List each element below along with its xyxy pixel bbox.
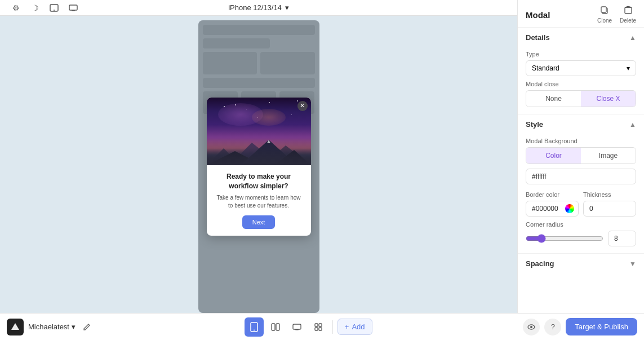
modal-close-x[interactable]: Close X bbox=[581, 91, 636, 107]
phone-preview: ✕ bbox=[198, 20, 319, 313]
clone-icon bbox=[600, 6, 609, 16]
svg-marker-8 bbox=[241, 140, 297, 165]
type-select[interactable]: Standard ▾ bbox=[526, 60, 636, 76]
svg-rect-20 bbox=[272, 324, 275, 330]
clone-action[interactable]: Clone bbox=[597, 6, 612, 24]
chevron-down-icon: ▾ bbox=[285, 3, 289, 12]
details-chevron-icon: ▲ bbox=[629, 34, 636, 42]
workspace-selector[interactable]: Michaelatest ▾ bbox=[28, 323, 75, 331]
corner-radius-row bbox=[526, 231, 636, 246]
border-color-label: Border color bbox=[526, 191, 579, 198]
style-section-header[interactable]: Style ▲ bbox=[518, 114, 644, 133]
delete-label: Delete bbox=[620, 17, 636, 24]
modal-image bbox=[207, 98, 311, 165]
svg-marker-5 bbox=[229, 143, 280, 165]
spacing-section-title: Spacing bbox=[526, 259, 554, 268]
modal-box: ✕ bbox=[207, 98, 311, 236]
modal-close-label: Modal close bbox=[526, 81, 636, 87]
mobile-tool-btn[interactable] bbox=[245, 317, 264, 337]
mountain-svg bbox=[207, 134, 311, 165]
add-plus-icon: + bbox=[345, 323, 349, 331]
toolbar-separator bbox=[332, 320, 333, 334]
grid-tool-btn[interactable] bbox=[309, 317, 328, 337]
modal-content: Ready to make your workflow simpler? Tak… bbox=[207, 165, 311, 236]
details-section-body: Type Standard ▾ Modal close None Close X bbox=[518, 51, 644, 114]
clone-label: Clone bbox=[597, 17, 612, 24]
svg-point-29 bbox=[530, 326, 532, 328]
svg-marker-10 bbox=[267, 140, 270, 143]
modal-next-button[interactable]: Next bbox=[242, 215, 276, 229]
type-field-label: Type bbox=[526, 51, 636, 58]
spacing-chevron-icon: ▼ bbox=[629, 260, 636, 268]
svg-rect-3 bbox=[72, 10, 75, 11]
modal-bg-btn-group: Color Image bbox=[526, 147, 636, 164]
modal-bg-color[interactable]: Color bbox=[526, 148, 581, 164]
moon-icon[interactable]: ☽ bbox=[28, 1, 42, 15]
modal-close-button[interactable]: ✕ bbox=[297, 101, 308, 111]
desktop-icon[interactable] bbox=[66, 1, 80, 15]
svg-rect-26 bbox=[315, 328, 318, 330]
device-selector[interactable]: iPhone 12/13/14 ▾ bbox=[228, 3, 289, 12]
thickness-label: Thickness bbox=[583, 191, 636, 198]
right-panel: Modal Clone Delete Details bbox=[517, 0, 644, 313]
bottom-bar: Michaelatest ▾ + Add ? Target & bbox=[0, 313, 644, 340]
preview-icon-btn[interactable] bbox=[523, 319, 540, 335]
style-section: Style ▲ Modal Background Color Image bbox=[518, 114, 644, 253]
delete-action[interactable]: Delete bbox=[620, 6, 636, 24]
details-section-header[interactable]: Details ▲ bbox=[518, 28, 644, 46]
svg-marker-4 bbox=[207, 148, 241, 165]
panel-actions: Clone Delete bbox=[597, 6, 636, 24]
delete-icon bbox=[624, 6, 632, 16]
svg-marker-9 bbox=[274, 150, 311, 165]
desktop-tool-btn[interactable] bbox=[287, 317, 307, 337]
tablet-icon[interactable] bbox=[47, 1, 61, 15]
panel-title: Modal bbox=[526, 10, 550, 20]
svg-rect-21 bbox=[276, 324, 279, 330]
workspace-name-label: Michaelatest bbox=[28, 323, 69, 331]
device-toolbar: ⚙ ☽ iPhone 12/13/14 ▾ bbox=[0, 0, 517, 16]
border-color-field bbox=[526, 201, 579, 217]
corner-radius-slider[interactable] bbox=[526, 234, 603, 243]
type-select-chevron: ▾ bbox=[627, 64, 630, 72]
svg-rect-24 bbox=[315, 324, 318, 326]
modal-overlay: ✕ bbox=[198, 20, 319, 313]
color-picker-icon[interactable] bbox=[565, 204, 574, 213]
workspace-chevron-icon: ▾ bbox=[72, 323, 75, 331]
add-label: Add bbox=[352, 323, 365, 331]
svg-rect-12 bbox=[601, 7, 606, 12]
style-section-title: Style bbox=[526, 120, 543, 129]
svg-rect-27 bbox=[319, 328, 322, 330]
modal-close-none[interactable]: None bbox=[526, 91, 581, 107]
target-publish-button[interactable]: Target & Publish bbox=[566, 318, 637, 335]
bottom-center-tools: + Add bbox=[98, 317, 518, 337]
modal-title: Ready to make your workflow simpler? bbox=[215, 172, 303, 191]
modal-description: Take a few moments to learn how to best … bbox=[215, 194, 303, 210]
modal-close-btn-group: None Close X bbox=[526, 90, 636, 107]
edit-icon[interactable] bbox=[80, 320, 94, 334]
corner-radius-label: Corner radius bbox=[526, 221, 636, 228]
settings-icon[interactable]: ⚙ bbox=[9, 1, 23, 15]
split-tool-btn[interactable] bbox=[266, 317, 285, 337]
style-chevron-icon: ▲ bbox=[629, 121, 636, 129]
spacing-section-header[interactable]: Spacing ▼ bbox=[518, 254, 644, 272]
bg-color-input[interactable] bbox=[526, 169, 636, 184]
svg-rect-22 bbox=[293, 324, 301, 329]
corner-radius-input[interactable] bbox=[608, 231, 636, 246]
device-toolbar-icons: ⚙ ☽ bbox=[9, 1, 80, 15]
svg-rect-2 bbox=[69, 5, 77, 10]
help-icon-btn[interactable]: ? bbox=[544, 319, 561, 335]
svg-rect-25 bbox=[319, 324, 322, 326]
modal-bg-label: Modal Background bbox=[526, 138, 636, 144]
svg-rect-13 bbox=[625, 7, 632, 14]
details-section: Details ▲ Type Standard ▾ Modal close No… bbox=[518, 28, 644, 114]
style-section-body: Modal Background Color Image Border colo… bbox=[518, 138, 644, 253]
bottom-right-tools: ? Target & Publish bbox=[523, 318, 637, 335]
device-name-label: iPhone 12/13/14 bbox=[228, 3, 282, 12]
add-button[interactable]: + Add bbox=[337, 319, 372, 335]
svg-rect-23 bbox=[295, 329, 299, 330]
svg-marker-6 bbox=[263, 145, 311, 165]
type-select-value: Standard bbox=[532, 64, 559, 72]
thickness-input[interactable] bbox=[583, 201, 636, 217]
modal-bg-image[interactable]: Image bbox=[581, 148, 636, 164]
svg-point-19 bbox=[254, 329, 255, 330]
